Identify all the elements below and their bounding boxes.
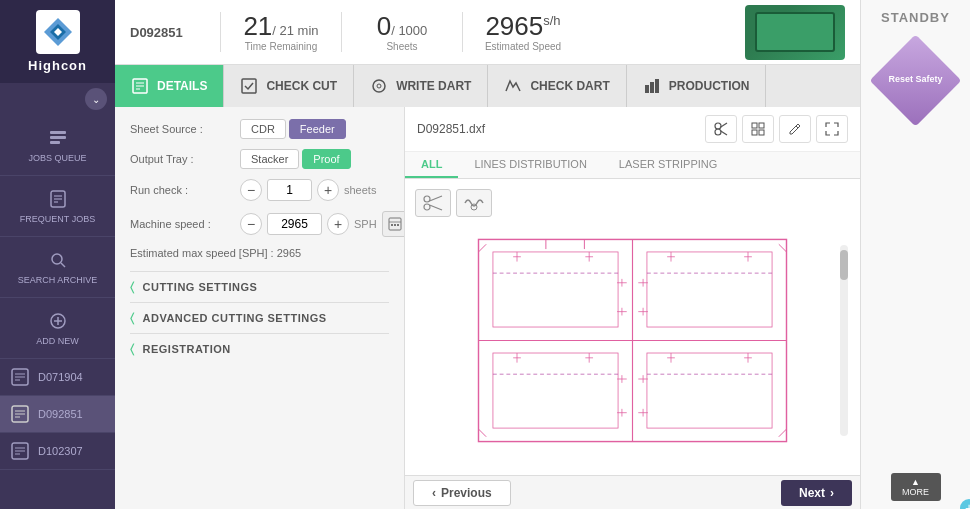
view-tab-all[interactable]: ALL bbox=[405, 152, 458, 178]
topbar-divider-1 bbox=[220, 12, 221, 52]
sidebar-collapse[interactable]: ⌄ bbox=[0, 83, 115, 115]
svg-point-32 bbox=[373, 80, 385, 92]
app-name: Highcon bbox=[28, 58, 87, 73]
topbar: D092851 21/ 21 min Time Remaining 0/ 100… bbox=[115, 0, 860, 65]
collapse-button[interactable]: ⌄ bbox=[85, 88, 107, 110]
estimated-speed-row: Estimated max speed [SPH] : 2965 bbox=[130, 247, 389, 259]
cad-svg bbox=[415, 225, 850, 456]
run-check-decrement[interactable]: − bbox=[240, 179, 262, 201]
content-area: Sheet Source : CDR Feeder Output Tray : … bbox=[115, 107, 860, 509]
tab-production[interactable]: PRODUCTION bbox=[627, 65, 767, 107]
preview-area bbox=[405, 179, 860, 475]
registration-section[interactable]: 〈 REGISTRATION bbox=[130, 333, 389, 364]
next-button[interactable]: Next › bbox=[781, 480, 852, 506]
tab-write-dart[interactable]: WRITE DART bbox=[354, 65, 488, 107]
standby-panel: STANDBY Reset Safety ▲ MORE bbox=[860, 0, 970, 509]
scrollbar-thumb[interactable] bbox=[840, 250, 848, 280]
speed-increment[interactable]: + bbox=[327, 213, 349, 235]
sidebar-item-label-add: ADD NEW bbox=[36, 336, 79, 346]
next-chevron: › bbox=[830, 486, 834, 500]
sheets-label: Sheets bbox=[386, 41, 417, 52]
svg-rect-41 bbox=[397, 224, 399, 226]
svg-rect-60 bbox=[647, 252, 772, 327]
tool-expand[interactable] bbox=[816, 115, 848, 143]
advanced-cutting-settings-section[interactable]: 〈 ADVANCED CUTTING SETTINGS bbox=[130, 302, 389, 333]
scrollbar[interactable] bbox=[840, 245, 848, 436]
previous-button[interactable]: ‹ Previous bbox=[413, 480, 511, 506]
sidebar-item-jobs-queue[interactable]: JOBS QUEUE bbox=[0, 115, 115, 176]
tab-bar: DETAILS CHECK CUT WRITE DART CHECK DART bbox=[115, 65, 860, 107]
feeder-option[interactable]: Feeder bbox=[289, 119, 346, 139]
preview-wave-icon-btn[interactable] bbox=[456, 189, 492, 217]
cutting-settings-section[interactable]: 〈 CUTTING SETTINGS bbox=[130, 271, 389, 302]
job-item-d071904[interactable]: D071904 bbox=[0, 359, 115, 396]
registration-label: REGISTRATION bbox=[143, 343, 231, 355]
sheets-value: 0/ 1000 bbox=[377, 13, 428, 39]
cutting-settings-label: CUTTING SETTINGS bbox=[143, 281, 258, 293]
tool-edit[interactable] bbox=[779, 115, 811, 143]
advanced-cutting-chevron: 〈 bbox=[130, 311, 135, 325]
topbar-speed: 2965s/h Estimated Speed bbox=[483, 13, 563, 52]
sidebar-item-add-new[interactable]: ADD NEW bbox=[0, 298, 115, 359]
topbar-divider-3 bbox=[462, 12, 463, 52]
svg-point-10 bbox=[52, 254, 62, 264]
sidebar-item-frequent-jobs[interactable]: FREQUENT JOBS bbox=[0, 176, 115, 237]
svg-rect-39 bbox=[391, 224, 393, 226]
more-button[interactable]: ▲ MORE bbox=[891, 473, 941, 501]
topbar-time-remaining: 21/ 21 min Time Remaining bbox=[241, 13, 321, 52]
svg-line-54 bbox=[430, 205, 443, 210]
job-item-d092851[interactable]: D092851 bbox=[0, 396, 115, 433]
svg-rect-5 bbox=[50, 141, 60, 144]
view-tab-laser[interactable]: LASER STRIPPING bbox=[603, 152, 733, 178]
output-tray-options: Stacker Proof bbox=[240, 149, 351, 169]
prev-chevron: ‹ bbox=[432, 486, 436, 500]
write-dart-tab-icon bbox=[370, 77, 388, 95]
preview-filename: D092851.dxf bbox=[417, 122, 485, 136]
tab-check-cut[interactable]: CHECK CUT bbox=[224, 65, 354, 107]
registration-chevron: 〈 bbox=[130, 342, 135, 356]
tab-write-dart-label: WRITE DART bbox=[396, 79, 471, 93]
job-icon-d092851 bbox=[10, 404, 30, 424]
tab-check-dart[interactable]: CHECK DART bbox=[488, 65, 626, 107]
tab-details[interactable]: DETAILS bbox=[115, 65, 224, 107]
tool-grid[interactable] bbox=[742, 115, 774, 143]
svg-point-52 bbox=[424, 204, 430, 210]
speed-unit: SPH bbox=[354, 218, 377, 230]
svg-line-104 bbox=[779, 429, 787, 437]
svg-line-103 bbox=[479, 429, 487, 437]
svg-rect-40 bbox=[394, 224, 396, 226]
run-check-input[interactable] bbox=[267, 179, 312, 201]
reset-safety-button[interactable]: Reset Safety bbox=[876, 40, 956, 120]
run-check-increment[interactable]: + bbox=[317, 179, 339, 201]
advanced-cutting-label: ADVANCED CUTTING SETTINGS bbox=[143, 312, 327, 324]
preview-cut-icon-btn[interactable] bbox=[415, 189, 451, 217]
svg-line-11 bbox=[61, 263, 65, 267]
job-item-d102307[interactable]: D102307 bbox=[0, 433, 115, 470]
more-arrow: ▲ bbox=[911, 477, 920, 487]
svg-rect-31 bbox=[242, 79, 256, 93]
output-tray-row: Output Tray : Stacker Proof bbox=[130, 149, 389, 169]
speed-decrement[interactable]: − bbox=[240, 213, 262, 235]
logo-area: Highcon bbox=[0, 0, 115, 83]
check-dart-tab-icon bbox=[504, 77, 522, 95]
tool-cut[interactable] bbox=[705, 115, 737, 143]
calculator-button[interactable] bbox=[382, 211, 405, 237]
tab-production-label: PRODUCTION bbox=[669, 79, 750, 93]
job-id-d092851: D092851 bbox=[38, 408, 83, 420]
time-value: 21/ 21 min bbox=[243, 13, 318, 39]
stacker-option[interactable]: Stacker bbox=[240, 149, 299, 169]
machine-rect bbox=[755, 12, 835, 52]
machine-speed-row: Machine speed : − + SPH bbox=[130, 211, 389, 237]
svg-rect-61 bbox=[493, 353, 618, 428]
speed-input[interactable] bbox=[267, 213, 322, 235]
cdr-option[interactable]: CDR bbox=[240, 119, 286, 139]
sidebar-item-label-search: SEARCH ARCHIVE bbox=[18, 275, 98, 285]
sidebar-item-search-archive[interactable]: SEARCH ARCHIVE bbox=[0, 237, 115, 298]
more-label: MORE bbox=[902, 487, 929, 497]
svg-rect-35 bbox=[650, 82, 654, 93]
preview-tools bbox=[705, 115, 848, 143]
proof-option[interactable]: Proof bbox=[302, 149, 350, 169]
reset-safety-label: Reset Safety bbox=[888, 74, 942, 86]
view-tab-lines[interactable]: LINES DISTRIBUTION bbox=[458, 152, 602, 178]
sidebar-item-label-frequent: FREQUENT JOBS bbox=[20, 214, 95, 224]
